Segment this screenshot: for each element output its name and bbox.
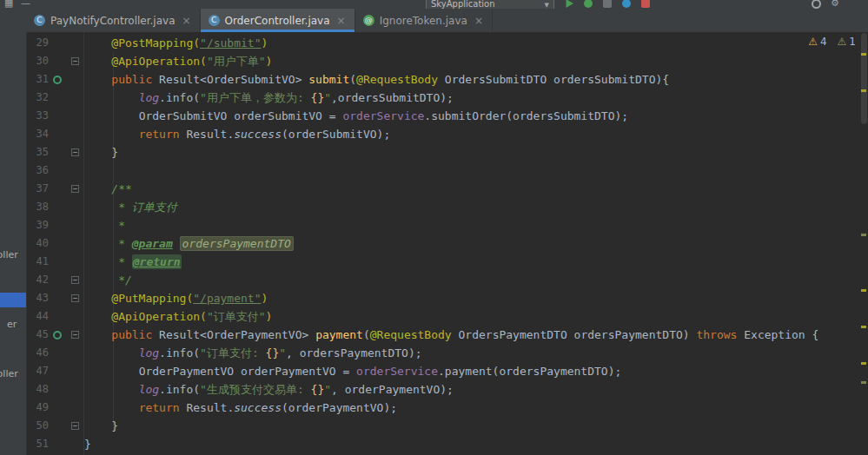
- close-icon[interactable]: ×: [337, 15, 346, 27]
- code-text[interactable]: }: [84, 417, 868, 435]
- code-text[interactable]: [84, 162, 868, 180]
- code-text[interactable]: @ApiOperation("用户下单"): [84, 52, 868, 70]
- error-stripe-mark[interactable]: [861, 326, 866, 328]
- line-number[interactable]: 42: [26, 271, 49, 289]
- error-stripe-mark[interactable]: [861, 289, 866, 292]
- code-line[interactable]: 48 log.info("生成预支付交易单: {}", orderPayment…: [26, 380, 868, 399]
- code-line[interactable]: 45− public Result<OrderPaymentVO> paymen…: [26, 326, 868, 344]
- code-line[interactable]: 46 log.info("订单支付: {}", ordersPaymentDTO…: [26, 344, 868, 362]
- line-number[interactable]: 32: [26, 89, 49, 107]
- run-icon[interactable]: [565, 0, 573, 8]
- fold-marker-icon[interactable]: −: [66, 143, 84, 162]
- line-number[interactable]: 33: [26, 107, 49, 125]
- debug-icon[interactable]: [584, 0, 593, 8]
- close-icon[interactable]: ×: [182, 15, 191, 27]
- line-number[interactable]: 45: [26, 326, 49, 344]
- grid-icon[interactable]: ▦: [4, 0, 13, 9]
- code-text[interactable]: public Result<OrderSubmitVO> submit(@Req…: [84, 70, 868, 89]
- error-stripe[interactable]: [859, 32, 868, 455]
- project-tree-item[interactable]: troller: [0, 249, 18, 260]
- close-icon[interactable]: ×: [474, 15, 483, 27]
- run-configuration-select[interactable]: SkyApplication ▼: [426, 0, 554, 9]
- error-stripe-mark[interactable]: [861, 362, 866, 365]
- tab-ignoretoken[interactable]: @ IgnoreToken.java ×: [355, 9, 493, 32]
- code-text[interactable]: OrderPaymentVO orderPaymentVO = orderSer…: [84, 362, 868, 380]
- profiler-icon[interactable]: [622, 0, 631, 8]
- inspections-widget[interactable]: ⚠ 4 ⚠ 1: [808, 36, 856, 48]
- line-number[interactable]: 46: [26, 344, 49, 362]
- request-mapping-icon[interactable]: [49, 70, 66, 89]
- code-text[interactable]: * @param ordersPaymentDTO: [84, 234, 868, 253]
- tab-paynotifycontroller[interactable]: C PayNotifyController.java ×: [26, 9, 201, 32]
- code-text[interactable]: log.info("生成预支付交易单: {}", orderPaymentVO)…: [84, 380, 868, 399]
- fold-marker-icon[interactable]: −: [66, 326, 84, 344]
- line-number[interactable]: 41: [26, 253, 49, 271]
- fold-marker-icon[interactable]: −: [66, 271, 84, 289]
- code-line[interactable]: 34 return Result.success(orderSubmitVO);: [26, 125, 868, 143]
- code-line[interactable]: 38 * 订单支付: [26, 198, 868, 216]
- settings-gear-icon[interactable]: ⚙: [831, 0, 839, 9]
- code-text[interactable]: @PutMapping("/payment"): [84, 289, 868, 307]
- project-tree-item[interactable]: troller: [0, 368, 18, 379]
- request-mapping-icon[interactable]: [49, 326, 66, 344]
- code-text[interactable]: return Result.success(orderPaymentVO);: [84, 399, 868, 417]
- coverage-icon[interactable]: [603, 0, 612, 8]
- line-number[interactable]: 35: [26, 143, 49, 162]
- line-number[interactable]: 48: [26, 380, 49, 399]
- code-line[interactable]: 36: [26, 162, 868, 180]
- code-text[interactable]: OrderSubmitVO orderSubmitVO = orderServi…: [84, 107, 868, 125]
- fold-marker-icon[interactable]: −: [66, 180, 84, 198]
- line-number[interactable]: 31: [26, 70, 49, 89]
- code-line[interactable]: 42− */: [26, 271, 868, 289]
- line-number[interactable]: 43: [26, 289, 49, 307]
- code-line[interactable]: 47 OrderPaymentVO orderPaymentVO = order…: [26, 362, 868, 380]
- search-icon[interactable]: [812, 0, 821, 9]
- error-stripe-mark[interactable]: [861, 89, 866, 92]
- code-text[interactable]: log.info("用户下单，参数为: {}",ordersSubmitDTO)…: [84, 89, 868, 107]
- code-line[interactable]: 41 * @return: [26, 253, 868, 271]
- error-stripe-mark[interactable]: [861, 53, 866, 56]
- code-text[interactable]: * @return: [84, 253, 868, 271]
- code-line[interactable]: 29 @PostMapping("/submit"): [26, 34, 868, 52]
- code-line[interactable]: 51}: [26, 435, 868, 453]
- line-number[interactable]: 37: [26, 180, 49, 198]
- code-text[interactable]: @ApiOperation("订单支付"): [84, 307, 868, 326]
- code-line[interactable]: 32 log.info("用户下单，参数为: {}",ordersSubmitD…: [26, 89, 868, 107]
- project-tree-item[interactable]: er: [7, 319, 17, 330]
- scrollbar-thumb[interactable]: [861, 33, 867, 124]
- code-text[interactable]: /**: [84, 180, 868, 198]
- fold-marker-icon[interactable]: −: [66, 52, 84, 70]
- error-stripe-mark[interactable]: [861, 381, 866, 384]
- code-line[interactable]: 30− @ApiOperation("用户下单"): [26, 52, 868, 70]
- code-line[interactable]: 37− /**: [26, 180, 868, 198]
- error-stripe-mark[interactable]: [861, 234, 866, 236]
- code-line[interactable]: 40 * @param ordersPaymentDTO: [26, 234, 868, 253]
- code-line[interactable]: 33 OrderSubmitVO orderSubmitVO = orderSe…: [26, 107, 868, 125]
- line-number[interactable]: 40: [26, 234, 49, 253]
- code-text[interactable]: * 订单支付: [84, 198, 868, 216]
- line-number[interactable]: 38: [26, 198, 49, 216]
- code-text[interactable]: @PostMapping("/submit"): [84, 34, 868, 52]
- line-number[interactable]: 50: [26, 417, 49, 435]
- code-text[interactable]: public Result<OrderPaymentVO> payment(@R…: [84, 326, 868, 344]
- code-text[interactable]: }: [84, 435, 868, 453]
- code-text[interactable]: log.info("订单支付: {}", ordersPaymentDTO);: [84, 344, 868, 362]
- line-number[interactable]: 30: [26, 52, 49, 70]
- line-number[interactable]: 36: [26, 162, 49, 180]
- fold-marker-icon[interactable]: −: [66, 289, 84, 307]
- line-number[interactable]: 44: [26, 307, 49, 326]
- code-line[interactable]: 43− @PutMapping("/payment"): [26, 289, 868, 307]
- tab-ordercontroller[interactable]: C OrderController.java ×: [201, 9, 355, 32]
- weak-warnings-indicator[interactable]: ⚠ 1: [838, 36, 856, 48]
- line-number[interactable]: 34: [26, 125, 49, 143]
- code-line[interactable]: 44 @ApiOperation("订单支付"): [26, 307, 868, 326]
- project-tree-selected-item[interactable]: [0, 293, 26, 307]
- line-number[interactable]: 49: [26, 399, 49, 417]
- code-line[interactable]: 39 *: [26, 216, 868, 234]
- code-text[interactable]: return Result.success(orderSubmitVO);: [84, 125, 868, 143]
- line-number[interactable]: 29: [26, 34, 49, 52]
- code-editor[interactable]: 29 @PostMapping("/submit")30− @ApiOperat…: [26, 32, 868, 455]
- line-number[interactable]: 51: [26, 435, 49, 453]
- line-number[interactable]: 39: [26, 216, 49, 234]
- code-text[interactable]: */: [84, 271, 868, 289]
